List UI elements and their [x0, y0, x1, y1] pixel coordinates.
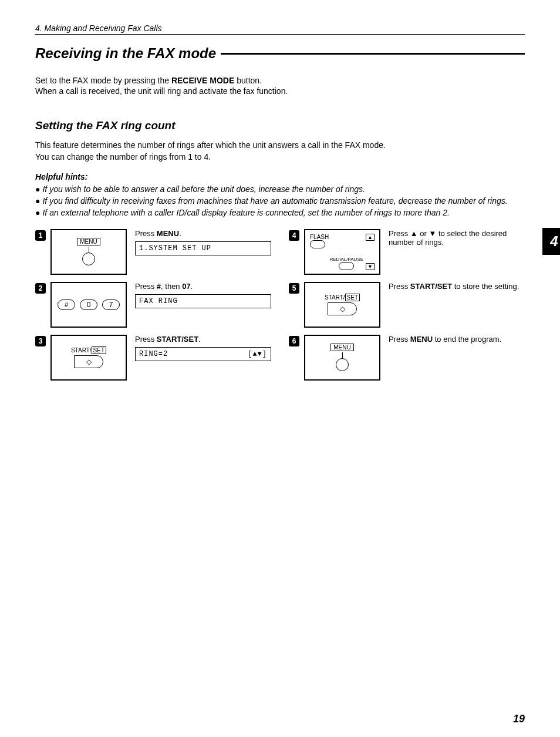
- hint-text: If you find difficulty in receiving faxe…: [42, 196, 507, 206]
- t: Press: [389, 335, 410, 344]
- bullet-icon: ●: [35, 196, 40, 206]
- step-number: 3: [35, 336, 46, 346]
- step-6: 6 MENU Press MENU to end the program.: [289, 335, 525, 381]
- circle-icon: [82, 253, 95, 265]
- step-text: Press MENU to end the program.: [389, 335, 525, 344]
- lcd-display: 1.SYSTEM SET UP: [135, 241, 271, 255]
- main-title-row: Receiving in the FAX mode: [35, 45, 525, 62]
- hint-item: ● If you find difficulty in receiving fa…: [35, 196, 525, 206]
- hint-text: If you wish to be able to answer a call …: [42, 184, 365, 194]
- step-diagram-arrows: FLASH ▲ REDIAL/PAUSE ▼: [304, 229, 380, 275]
- steps-col-left: 1 MENU Press MENU. 1.SYSTEM SET UP 2 # 0…: [35, 229, 271, 388]
- keys-row: # 0 7: [56, 299, 121, 310]
- step-5: 5 START/SET ◇ Press START/SET to store t…: [289, 282, 525, 328]
- down-arrow-icon: ▼: [366, 263, 375, 270]
- step-text: Press START/SET. RING=2 [▲▼]: [135, 335, 271, 361]
- up-arrow-icon: ▲: [366, 234, 375, 241]
- lcd-text: RING=2: [139, 350, 168, 358]
- bullet-icon: ●: [35, 207, 40, 218]
- page-number: 19: [513, 713, 525, 725]
- step-diagram-startset: START/SET ◇: [50, 335, 127, 381]
- step-text: Press START/SET to store the setting.: [389, 282, 525, 291]
- connector-line: [342, 352, 343, 358]
- lcd-text: 1.SYSTEM SET UP: [139, 244, 211, 253]
- step-diagram-startset: START/SET ◇: [304, 282, 380, 328]
- chapter-tab: 4: [542, 228, 560, 255]
- hint-item: ● If an external telephone with a caller…: [35, 207, 525, 218]
- t: MENU: [410, 335, 433, 344]
- paragraph: This feature determines the number of ri…: [35, 140, 525, 150]
- step-2: 2 # 0 7 Press #, then 07. FAX RING: [35, 282, 271, 328]
- sub-title: Setting the FAX ring count: [35, 119, 525, 132]
- t: to end the program.: [433, 335, 501, 344]
- t: Press: [135, 229, 157, 238]
- t: Press: [389, 282, 410, 291]
- lcd-display: RING=2 [▲▼]: [135, 347, 271, 361]
- t: START/SET: [410, 282, 452, 291]
- step-number: 5: [289, 283, 299, 294]
- chapter-header: 4. Making and Receiving Fax Calls: [35, 23, 525, 35]
- start-key-icon: ◇: [328, 302, 357, 315]
- lcd-display: FAX RING: [135, 294, 271, 308]
- bullet-icon: ●: [35, 184, 40, 194]
- t: .: [198, 335, 201, 344]
- start-key-icon: ◇: [74, 355, 103, 368]
- flash-label: FLASH: [310, 234, 329, 240]
- step-3: 3 START/SET ◇ Press START/SET. RING=2 [▲…: [35, 335, 271, 381]
- step-1: 1 MENU Press MENU. 1.SYSTEM SET UP: [35, 229, 271, 275]
- steps-col-right: 4 FLASH ▲ REDIAL/PAUSE ▼: [289, 229, 525, 388]
- flash-key-icon: [310, 240, 325, 248]
- t: MENU: [157, 229, 179, 238]
- lcd-text: [▲▼]: [248, 350, 267, 358]
- redial-key-icon: [339, 262, 354, 270]
- intro-bold: RECEIVE MODE: [171, 76, 234, 85]
- startset-label: START/SET: [71, 346, 106, 354]
- startset-label: START/SET: [325, 294, 360, 301]
- step-number: 6: [289, 336, 299, 346]
- menu-key-label: MENU: [330, 344, 353, 351]
- t: to store the setting.: [452, 282, 519, 291]
- title-rule: [221, 53, 525, 55]
- hash-key-icon: #: [58, 299, 75, 310]
- step-text: Press MENU. 1.SYSTEM SET UP: [135, 229, 271, 255]
- hints-heading: Helpful hints:: [35, 172, 525, 181]
- intro-text: button.: [234, 76, 262, 85]
- connector-line: [89, 247, 89, 253]
- t: Press: [135, 282, 157, 291]
- t: START/SET: [157, 335, 198, 344]
- main-title: Receiving in the FAX mode: [35, 45, 221, 62]
- paragraph: You can change the number of rings from …: [35, 152, 525, 161]
- hint-text: If an external telephone with a caller I…: [42, 207, 449, 218]
- step-text: Press ▲ or ▼ to select the desired numbe…: [389, 229, 525, 247]
- step-4: 4 FLASH ▲ REDIAL/PAUSE ▼: [289, 229, 525, 275]
- intro-text: Set to the FAX mode by pressing the: [35, 76, 171, 85]
- t: 07: [182, 282, 190, 291]
- t: , then: [161, 282, 182, 291]
- redial-label: REDIAL/PAUSE: [329, 257, 363, 262]
- menu-key-label: MENU: [77, 238, 100, 245]
- t: #: [157, 282, 161, 291]
- zero-key-icon: 0: [80, 299, 97, 310]
- step-diagram-keys: # 0 7: [50, 282, 127, 328]
- step-number: 4: [289, 230, 299, 241]
- step-diagram-menu: MENU: [50, 229, 127, 275]
- t: Press: [135, 335, 157, 344]
- t: .: [179, 229, 181, 238]
- t: .: [191, 282, 193, 291]
- step-text: Press #, then 07. FAX RING: [135, 282, 271, 308]
- intro-line-2: When a call is received, the unit will r…: [35, 86, 525, 96]
- steps-grid: 1 MENU Press MENU. 1.SYSTEM SET UP 2 # 0…: [35, 229, 525, 388]
- intro-line-1: Set to the FAX mode by pressing the RECE…: [35, 76, 525, 85]
- hint-item: ● If you wish to be able to answer a cal…: [35, 184, 525, 194]
- step-diagram-menu: MENU: [304, 335, 380, 381]
- circle-icon: [336, 358, 349, 371]
- step-number: 2: [35, 283, 46, 294]
- seven-key-icon: 7: [102, 299, 120, 310]
- t: Press ▲ or ▼ to select the desired numbe…: [389, 229, 525, 247]
- lcd-text: FAX RING: [139, 297, 178, 305]
- step-number: 1: [35, 230, 46, 241]
